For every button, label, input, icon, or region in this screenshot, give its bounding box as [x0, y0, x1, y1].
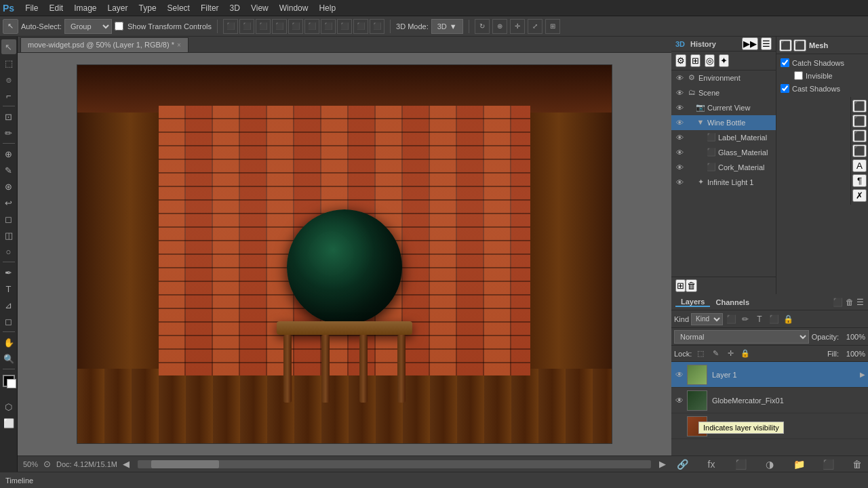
delete-layer-btn[interactable]: 🗑: [850, 458, 864, 471]
scene-current-view[interactable]: 👁 📷 Current View: [671, 100, 776, 115]
3d-orbit[interactable]: ↻: [475, 19, 490, 34]
lt-filter-4[interactable]: ⬛: [768, 313, 780, 325]
pen-tool[interactable]: ✒: [1, 265, 16, 280]
screen-mode[interactable]: ⬜: [1, 415, 16, 430]
menu-type[interactable]: Type: [134, 0, 162, 16]
scene-glass-material[interactable]: 👁 ⬛ Glass_Material: [671, 145, 776, 160]
prop-icon-1[interactable]: ⬛: [779, 39, 792, 52]
align-center-v[interactable]: ⬛: [288, 19, 303, 34]
prop-ri-3[interactable]: ⬛: [852, 129, 867, 142]
globe-visibility[interactable]: 👁: [674, 395, 685, 406]
lock-position[interactable]: ✛: [724, 348, 736, 360]
lock-transparent[interactable]: ⬚: [694, 348, 707, 360]
layers-tab[interactable]: Layers: [675, 298, 710, 307]
scene-footer-btn1[interactable]: ⊞: [675, 279, 686, 292]
align-right[interactable]: ⬛: [256, 19, 271, 34]
layers-menu[interactable]: ☰: [856, 298, 864, 307]
canvas-tab[interactable]: move-widget.psd @ 50% (Layer 1, RGB/8) *…: [20, 37, 189, 52]
layer-row-globe[interactable]: 👁 GlobeMercator_Fix01: [671, 388, 868, 413]
eraser-tool[interactable]: ◻: [1, 211, 16, 226]
menu-view[interactable]: View: [245, 0, 274, 16]
scene-icon-1[interactable]: ⚙: [675, 54, 686, 67]
cv-visibility[interactable]: 👁: [674, 104, 685, 112]
scene-scene[interactable]: 👁 🗂 Scene: [671, 85, 776, 100]
new-fill-layer-btn[interactable]: ◑: [763, 458, 776, 471]
layer1-visibility[interactable]: 👁: [674, 369, 685, 380]
path-tool[interactable]: ⊿: [1, 298, 16, 312]
scene-infinite-light[interactable]: 👁 ✦ Infinite Light 1: [671, 175, 776, 190]
zoom-options-btn[interactable]: ⊙: [43, 459, 51, 469]
distribute-4[interactable]: ⬛: [370, 19, 384, 34]
cast-shadows-checkbox[interactable]: [781, 84, 789, 93]
wand-tool[interactable]: ⌐: [1, 88, 16, 103]
marquee-tool[interactable]: ⬚: [1, 56, 16, 70]
3d-mode-btn[interactable]: 3D ▼: [431, 19, 463, 34]
new-group-btn[interactable]: 📁: [792, 458, 806, 471]
layer-row-room[interactable]: 👁 room-2: [671, 413, 868, 439]
crop-tool[interactable]: ⊡: [1, 109, 16, 124]
blend-mode-select[interactable]: Normal: [674, 330, 809, 344]
lt-filter-5[interactable]: 🔒: [782, 313, 794, 325]
fx-btn[interactable]: fx: [705, 458, 718, 471]
layers-trash[interactable]: 🗑: [846, 298, 854, 307]
lt-filter-2[interactable]: ✏: [739, 313, 751, 325]
lock-pixels[interactable]: ✎: [709, 348, 722, 360]
prop-ri-6[interactable]: ¶: [852, 174, 867, 187]
scene-visibility[interactable]: 👁: [674, 89, 685, 97]
move-tool[interactable]: ↖: [1, 39, 16, 54]
eyedropper-tool[interactable]: ✏: [1, 125, 16, 140]
prop-icon-2[interactable]: ⬛: [793, 39, 806, 52]
hand-tool[interactable]: ✋: [1, 335, 16, 350]
menu-file[interactable]: File: [20, 0, 43, 16]
lm-visibility[interactable]: 👁: [674, 134, 685, 142]
shape-tool[interactable]: ◻: [1, 314, 16, 329]
prop-ri-1[interactable]: ⬛: [852, 100, 867, 113]
new-layer-btn[interactable]: ⬛: [821, 458, 835, 471]
scene-label-material[interactable]: 👁 ⬛ Label_Material: [671, 130, 776, 145]
menu-image[interactable]: Image: [68, 0, 102, 16]
auto-select-dropdown[interactable]: Group: [64, 19, 112, 34]
background-color[interactable]: [7, 379, 16, 388]
canvas-left-btn[interactable]: ◀: [123, 459, 130, 469]
gm-visibility[interactable]: 👁: [674, 148, 685, 157]
prop-ri-5[interactable]: A: [852, 159, 867, 172]
move-tool-btn[interactable]: ↖: [3, 19, 18, 34]
scene-environment[interactable]: 👁 ⚙ Environment: [671, 70, 776, 85]
menu-window[interactable]: Window: [274, 0, 314, 16]
scene-expand-btn[interactable]: ▶▶: [742, 37, 758, 50]
brush-tool[interactable]: ✎: [1, 163, 16, 178]
horizontal-scrollbar[interactable]: [138, 460, 651, 468]
canvas-right-btn[interactable]: ▶: [659, 459, 666, 469]
menu-edit[interactable]: Edit: [43, 0, 68, 16]
layer-row-layer1[interactable]: 👁 Layer 1 ▶: [671, 362, 868, 388]
prop-ri-4[interactable]: ⬛: [852, 144, 867, 157]
align-top[interactable]: ⬛: [272, 19, 287, 34]
link-layers-btn[interactable]: 🔗: [675, 458, 689, 471]
lt-filter-3[interactable]: T: [753, 313, 766, 325]
foreground-color[interactable]: [3, 375, 15, 387]
kind-select[interactable]: Kind: [691, 313, 723, 325]
3d-pan[interactable]: ✛: [510, 19, 525, 34]
history-brush[interactable]: ↩: [1, 195, 16, 210]
scene-icon-4[interactable]: ✦: [719, 54, 729, 67]
layers-new-group[interactable]: ⬛: [833, 298, 843, 307]
distribute-3[interactable]: ⬛: [353, 19, 368, 34]
align-left[interactable]: ⬛: [223, 19, 238, 34]
wb-visibility[interactable]: 👁: [674, 119, 685, 127]
canvas-tab-close[interactable]: ×: [177, 41, 181, 49]
lt-filter-1[interactable]: ⬛: [725, 313, 737, 325]
heal-tool[interactable]: ⊕: [1, 146, 16, 161]
dodge-tool[interactable]: ○: [1, 244, 16, 259]
channels-tab[interactable]: Channels: [710, 298, 755, 306]
prop-ri-7[interactable]: ✗: [852, 189, 867, 202]
invisible-checkbox[interactable]: [794, 71, 803, 80]
canvas-viewport[interactable]: [18, 53, 671, 455]
menu-filter[interactable]: Filter: [195, 0, 224, 16]
lasso-tool[interactable]: ⌾: [1, 72, 16, 87]
align-center-h[interactable]: ⬛: [239, 19, 254, 34]
menu-layer[interactable]: Layer: [102, 0, 134, 16]
cm-visibility[interactable]: 👁: [674, 163, 685, 171]
align-bottom[interactable]: ⬛: [304, 19, 319, 34]
scene-wine-bottle[interactable]: 👁 ▼ Wine Bottle: [671, 115, 776, 130]
quick-mask[interactable]: ⬡: [1, 399, 16, 414]
